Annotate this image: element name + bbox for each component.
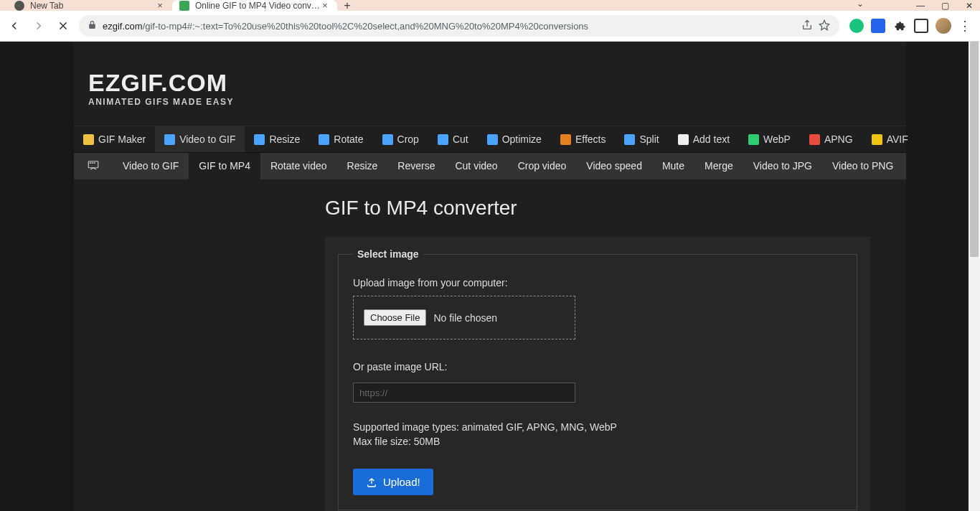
extension-icon[interactable]: [849, 19, 864, 33]
sub-nav-item[interactable]: Cut video: [445, 153, 507, 179]
bookmark-star-icon[interactable]: [818, 19, 831, 33]
back-button[interactable]: [6, 17, 23, 34]
logo-tagline: ANIMATED GIFS MADE EASY: [88, 97, 906, 107]
main-nav-item[interactable]: Resize: [245, 126, 309, 152]
main-nav-item[interactable]: GIF Maker: [74, 126, 155, 152]
main-nav-item[interactable]: AVIF: [862, 126, 918, 152]
sub-nav-item[interactable]: Merge: [694, 153, 743, 179]
lock-icon: [88, 20, 97, 32]
nav-icon: [872, 134, 882, 145]
tab-close-icon[interactable]: ×: [155, 0, 165, 11]
nav-icon: [319, 134, 329, 145]
nav-label: Crop: [397, 133, 419, 145]
upload-icon: [366, 477, 377, 488]
extension-icons: ⋮: [847, 18, 974, 34]
main-nav-item[interactable]: APNG: [800, 126, 862, 152]
tab-title: New Tab: [30, 1, 155, 11]
nav-label: Optimize: [502, 133, 542, 145]
main-nav-item[interactable]: Add text: [669, 126, 739, 152]
browser-tab[interactable]: Online GIF to MP4 Video convert ×: [172, 0, 337, 11]
nav-label: Resize: [269, 133, 300, 145]
forward-button[interactable]: [30, 17, 47, 34]
page-viewport: EZGIF.COM ANIMATED GIFS MADE EASY GIF Ma…: [0, 42, 980, 511]
new-tab-button[interactable]: +: [337, 0, 357, 11]
main-nav-item[interactable]: Crop: [373, 126, 428, 152]
file-status-text: No file chosen: [433, 312, 497, 324]
sub-nav-tools-icon[interactable]: [74, 153, 113, 179]
nav-label: AVIF: [887, 133, 908, 145]
tab-favicon: [179, 1, 189, 11]
svg-rect-1: [90, 162, 91, 164]
upload-panel: Select image Upload image from your comp…: [325, 237, 870, 511]
sub-nav-item[interactable]: Resize: [337, 153, 388, 179]
sub-nav-item[interactable]: Video speed: [576, 153, 652, 179]
sub-nav-item[interactable]: Rotate video: [260, 153, 337, 179]
nav-icon: [624, 134, 635, 145]
profile-avatar[interactable]: [936, 18, 951, 34]
main-content: GIF to MP4 converter Select image Upload…: [74, 179, 906, 511]
main-nav-item[interactable]: Effects: [551, 126, 616, 152]
close-window-icon[interactable]: ✕: [964, 1, 974, 11]
extensions-puzzle-icon[interactable]: [892, 19, 907, 33]
scrollbar-thumb[interactable]: [970, 42, 979, 257]
nav-label: Split: [639, 133, 659, 145]
nav-label: Video to GIF: [179, 133, 235, 145]
sub-nav-item[interactable]: Crop video: [508, 153, 577, 179]
page-content: EZGIF.COM ANIMATED GIFS MADE EASY GIF Ma…: [74, 42, 906, 511]
extension-icon[interactable]: [871, 19, 885, 33]
choose-file-button[interactable]: Choose File: [364, 309, 426, 326]
supported-types-text: Supported image types: animated GIF, APN…: [353, 421, 842, 433]
nav-label: Rotate: [334, 133, 363, 145]
nav-icon: [254, 134, 265, 145]
scrollbar-track[interactable]: [969, 42, 980, 511]
nav-icon: [164, 134, 175, 145]
sub-nav-item[interactable]: Reverse: [387, 153, 445, 179]
stop-reload-button[interactable]: [55, 17, 72, 34]
share-icon[interactable]: [801, 19, 814, 33]
addr-actions: [801, 19, 831, 33]
select-image-fieldset: Select image Upload image from your comp…: [338, 248, 857, 510]
svg-rect-3: [94, 162, 95, 164]
site-logo[interactable]: EZGIF.COM ANIMATED GIFS MADE EASY: [74, 42, 906, 126]
url-input[interactable]: [353, 383, 575, 403]
sub-nav-item[interactable]: Video to GIF: [113, 153, 189, 179]
nav-label: Effects: [575, 133, 606, 145]
chrome-menu-icon[interactable]: ⋮: [958, 18, 971, 34]
main-nav-item[interactable]: Split: [615, 126, 668, 152]
maximize-icon[interactable]: ▢: [940, 1, 950, 11]
file-dropzone[interactable]: Choose File No file chosen: [353, 296, 575, 339]
tab-favicon: [14, 1, 24, 11]
nav-icon: [382, 134, 393, 145]
svg-rect-2: [92, 162, 93, 164]
address-bar[interactable]: ezgif.com/gif-to-mp4#:~:text=To%20use%20…: [79, 15, 839, 37]
upload-button-label: Upload!: [383, 476, 420, 488]
sub-nav-item[interactable]: GIF to MP4: [189, 153, 260, 179]
minimize-icon[interactable]: ―: [915, 1, 925, 11]
main-nav: GIF MakerVideo to GIFResizeRotateCropCut…: [74, 126, 906, 153]
upload-button[interactable]: Upload!: [353, 469, 433, 495]
nav-icon: [809, 134, 820, 145]
sub-nav-item[interactable]: Video to PNG: [822, 153, 903, 179]
sub-nav: Video to GIFGIF to MP4Rotate videoResize…: [74, 153, 906, 179]
main-nav-item[interactable]: WebP: [739, 126, 800, 152]
browser-tab[interactable]: New Tab ×: [7, 0, 172, 11]
tab-close-icon[interactable]: ×: [320, 0, 330, 11]
main-nav-item[interactable]: Cut: [428, 126, 478, 152]
upload-label: Upload image from your computer:: [353, 277, 842, 289]
side-panel-icon[interactable]: [914, 19, 928, 33]
nav-icon: [438, 134, 448, 145]
tab-overflow-icon[interactable]: ⌄: [857, 0, 864, 9]
main-nav-item[interactable]: Optimize: [478, 126, 551, 152]
nav-icon: [748, 134, 759, 145]
url-text: ezgif.com/gif-to-mp4#:~:text=To%20use%20…: [103, 21, 588, 32]
fieldset-legend: Select image: [353, 248, 423, 260]
browser-tab-strip: New Tab × Online GIF to MP4 Video conver…: [0, 0, 980, 11]
nav-label: Add text: [693, 133, 730, 145]
main-nav-item[interactable]: Video to GIF: [155, 126, 245, 152]
window-controls: ― ▢ ✕: [915, 0, 974, 11]
main-nav-item[interactable]: Rotate: [309, 126, 372, 152]
nav-icon: [560, 134, 571, 145]
nav-icon: [83, 134, 94, 145]
sub-nav-item[interactable]: Mute: [652, 153, 694, 179]
sub-nav-item[interactable]: Video to JPG: [743, 153, 822, 179]
